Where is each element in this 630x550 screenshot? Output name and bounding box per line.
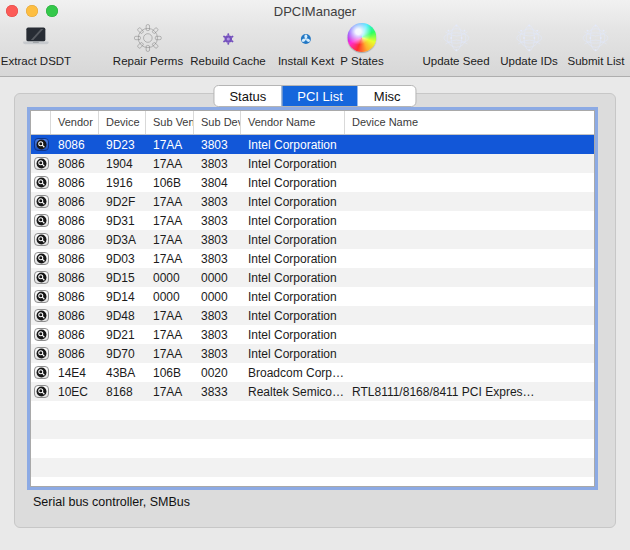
globe-icon — [440, 22, 472, 54]
cell-device: 9D2F — [99, 195, 146, 209]
cell-sub-ven: 17AA — [146, 195, 194, 209]
cell-vendor: 8086 — [51, 233, 99, 247]
cell-vendor: 10EC — [51, 385, 99, 399]
lookup-button[interactable] — [34, 309, 49, 322]
toolbar-button-install-kext[interactable]: Install Kext — [278, 21, 334, 67]
cell-sub-ven: 106B — [146, 176, 194, 190]
cell-device: 9D15 — [99, 271, 146, 285]
lookup-button[interactable] — [34, 290, 49, 303]
table-row[interactable]: 8086 9D23 17AA 3803 Intel Corporation — [31, 135, 594, 154]
lookup-button[interactable] — [34, 328, 49, 341]
toolbar-button-p-states[interactable]: P States — [340, 21, 383, 67]
table-row[interactable]: 8086 9D15 0000 0000 Intel Corporation — [31, 268, 594, 287]
cell-vendor: 8086 — [51, 309, 99, 323]
lookup-button[interactable] — [34, 195, 49, 208]
toolbar-button-label: Extract DSDT — [1, 55, 71, 67]
toolbar-button-label: Submit List — [568, 55, 625, 67]
lookup-button[interactable] — [34, 271, 49, 284]
magnifier-icon — [36, 367, 47, 378]
column-header-sub-ven[interactable]: Sub Ven — [146, 111, 194, 134]
titlebar-toolbar: DPCIManager Extract DSDT — [0, 0, 630, 77]
toolbar-button-submit-list[interactable]: Submit List — [568, 21, 625, 67]
table-body: 8086 9D23 17AA 3803 Intel Corporation 80… — [31, 135, 594, 486]
cell-vendor-name: Intel Corporation — [241, 157, 345, 171]
column-header-vendor[interactable]: Vendor — [51, 111, 99, 134]
pci-table: VendorDeviceSub VenSub DevVendor NameDev… — [27, 107, 598, 490]
tab-status[interactable]: Status — [214, 86, 281, 106]
cell-device: 9D31 — [99, 214, 146, 228]
magnifier-icon — [36, 329, 47, 340]
magnifier-icon — [36, 348, 47, 359]
cell-device: 1916 — [99, 176, 146, 190]
cell-vendor: 8086 — [51, 176, 99, 190]
cell-vendor: 8086 — [51, 157, 99, 171]
lookup-button[interactable] — [34, 157, 49, 170]
cell-vendor-name: Intel Corporation — [241, 195, 345, 209]
lookup-button[interactable] — [34, 385, 49, 398]
cell-vendor: 8086 — [51, 347, 99, 361]
cell-vendor: 8086 — [51, 252, 99, 266]
table-row[interactable]: 8086 9D2F 17AA 3803 Intel Corporation — [31, 192, 594, 211]
cell-sub-ven: 17AA — [146, 347, 194, 361]
toolbar-icon-slot — [439, 21, 473, 54]
toolbar-icon-slot — [211, 21, 245, 54]
cell-vendor-name: Intel Corporation — [241, 290, 345, 304]
cell-vendor-name: Intel Corporation — [241, 233, 345, 247]
cell-sub-ven: 17AA — [146, 328, 194, 342]
toolbar-button-repair-perms[interactable]: Repair Perms — [113, 21, 183, 67]
column-header-sub-dev[interactable]: Sub Dev — [194, 111, 241, 134]
toolbar-button-update-seed[interactable]: Update Seed — [422, 21, 489, 67]
table-row[interactable]: 8086 9D70 17AA 3803 Intel Corporation — [31, 344, 594, 363]
color-wheel-icon — [347, 23, 376, 52]
lookup-button[interactable] — [34, 252, 49, 265]
cell-vendor-name: Realtek Semico… — [241, 385, 345, 399]
toolbar-icon-slot — [19, 21, 53, 54]
table-row[interactable]: 8086 9D21 17AA 3803 Intel Corporation — [31, 325, 594, 344]
folder-kext-icon — [290, 22, 322, 54]
pci-table-inner: VendorDeviceSub VenSub DevVendor NameDev… — [30, 110, 595, 487]
toolbar-button-rebuild-cache[interactable]: Rebuild Cache — [190, 21, 265, 67]
table-row[interactable]: 8086 9D48 17AA 3803 Intel Corporation — [31, 306, 594, 325]
cell-sub-dev: 3803 — [194, 157, 241, 171]
table-row[interactable]: 8086 9D14 0000 0000 Intel Corporation — [31, 287, 594, 306]
magnifier-icon — [36, 196, 47, 207]
cell-device: 9D70 — [99, 347, 146, 361]
cell-device: 8168 — [99, 385, 146, 399]
magnifier-icon — [36, 177, 47, 188]
cell-device: 9D48 — [99, 309, 146, 323]
toolbar-icon-slot — [345, 21, 379, 54]
table-row[interactable]: 8086 9D31 17AA 3803 Intel Corporation — [31, 211, 594, 230]
cell-sub-ven: 17AA — [146, 309, 194, 323]
cell-sub-dev: 3803 — [194, 233, 241, 247]
column-header-device-name[interactable]: Device Name — [345, 111, 594, 134]
table-row[interactable]: 10EC 8168 17AA 3833 Realtek Semico… RTL8… — [31, 382, 594, 401]
lookup-button[interactable] — [34, 366, 49, 379]
toolbar-button-update-ids[interactable]: Update IDs — [500, 21, 558, 67]
table-row[interactable]: 8086 9D3A 17AA 3803 Intel Corporation — [31, 230, 594, 249]
globe-icon — [580, 22, 612, 54]
cell-sub-ven: 0000 — [146, 290, 194, 304]
cell-device: 9D14 — [99, 290, 146, 304]
magnifier-icon — [36, 386, 47, 397]
column-header-device[interactable]: Device — [99, 111, 146, 134]
toolbar-button-extract-dsdt[interactable]: Extract DSDT — [1, 21, 71, 67]
lookup-button[interactable] — [34, 347, 49, 360]
column-header-vendor-name[interactable]: Vendor Name — [241, 111, 345, 134]
cell-sub-dev: 3803 — [194, 138, 241, 152]
table-row[interactable]: 8086 1904 17AA 3803 Intel Corporation — [31, 154, 594, 173]
toolbar-icon-slot — [579, 21, 613, 54]
magnifier-icon — [36, 234, 47, 245]
tab-misc[interactable]: Misc — [358, 86, 416, 106]
cell-device-name: RTL8111/8168/8411 PCI Expres… — [345, 385, 594, 399]
table-row[interactable]: 14E4 43BA 106B 0020 Broadcom Corp… — [31, 363, 594, 382]
lookup-button[interactable] — [34, 138, 49, 151]
tab-pci-list[interactable]: PCI List — [281, 86, 358, 106]
lookup-button[interactable] — [34, 214, 49, 227]
cell-sub-ven: 17AA — [146, 252, 194, 266]
table-row[interactable]: 8086 9D03 17AA 3803 Intel Corporation — [31, 249, 594, 268]
cell-sub-dev: 3803 — [194, 195, 241, 209]
lookup-button[interactable] — [34, 233, 49, 246]
table-row[interactable]: 8086 1916 106B 3804 Intel Corporation — [31, 173, 594, 192]
laptop-icon — [20, 22, 52, 54]
lookup-button[interactable] — [34, 176, 49, 189]
